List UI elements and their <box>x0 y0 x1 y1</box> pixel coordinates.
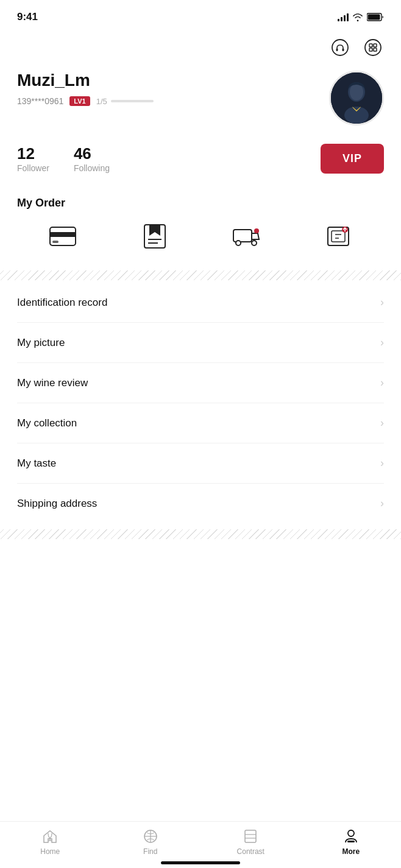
chevron-right-icon: › <box>380 417 384 429</box>
svg-rect-4 <box>342 48 344 51</box>
chevron-right-icon: › <box>380 457 384 470</box>
follower-stat[interactable]: 12 Follower <box>17 144 49 173</box>
svg-point-2 <box>332 40 348 55</box>
menu-item-wine-review[interactable]: My wine review › <box>17 363 384 403</box>
following-count: 46 <box>74 144 110 163</box>
nav-home-label: Home <box>40 847 60 856</box>
menu-item-wine-review-label: My wine review <box>17 377 88 389</box>
svg-rect-9 <box>374 48 377 51</box>
svg-rect-16 <box>52 241 59 243</box>
svg-point-23 <box>254 228 259 233</box>
more-icon <box>342 828 360 845</box>
progress-bar-fill <box>111 100 119 102</box>
signal-icon <box>338 13 349 21</box>
avatar[interactable] <box>329 71 384 125</box>
svg-rect-6 <box>369 44 372 47</box>
order-return-icon[interactable] <box>321 219 355 253</box>
menu-item-collection-label: My collection <box>17 417 77 429</box>
nav-item-contrast[interactable]: Contrast <box>200 828 301 856</box>
chevron-right-icon: › <box>380 376 384 389</box>
vip-button[interactable]: VIP <box>321 144 384 174</box>
svg-rect-33 <box>245 830 256 842</box>
menu-item-identification[interactable]: Identification record › <box>17 283 384 323</box>
svg-point-21 <box>236 241 241 245</box>
menu-item-collection[interactable]: My collection › <box>17 403 384 443</box>
stats-section: 12 Follower 46 Following VIP <box>0 138 401 186</box>
svg-point-13 <box>344 107 369 124</box>
svg-rect-20 <box>233 230 252 242</box>
following-label: Following <box>74 163 110 173</box>
menu-item-shipping[interactable]: Shipping address › <box>17 484 384 523</box>
profile-meta: 139****0961 LV1 1/5 <box>17 96 329 106</box>
nav-find-label: Find <box>143 847 157 856</box>
top-actions <box>0 30 401 65</box>
scan-icon[interactable] <box>362 37 384 58</box>
profile-info: Muzi_Lm 139****0961 LV1 1/5 <box>17 71 329 106</box>
menu-item-taste-label: My taste <box>17 457 56 470</box>
nav-contrast-label: Contrast <box>237 847 264 856</box>
svg-rect-25 <box>332 231 345 242</box>
nav-item-home[interactable]: Home <box>0 828 101 856</box>
progress-bar <box>111 100 154 102</box>
svg-point-5 <box>365 40 381 55</box>
following-stat[interactable]: 46 Following <box>74 144 110 173</box>
order-pending-icon[interactable] <box>138 219 172 253</box>
svg-point-12 <box>350 83 363 101</box>
follower-label: Follower <box>17 163 49 173</box>
svg-rect-8 <box>369 48 372 51</box>
menu-item-picture[interactable]: My picture › <box>17 323 384 363</box>
follower-count: 12 <box>17 144 49 163</box>
profile-phone: 139****0961 <box>17 96 63 106</box>
chevron-right-icon: › <box>380 336 384 349</box>
chevron-right-icon: › <box>380 497 384 510</box>
contrast-icon <box>242 828 259 845</box>
order-payment-icon[interactable] <box>46 219 80 253</box>
avatar-image <box>331 72 382 124</box>
status-bar: 9:41 <box>0 0 401 30</box>
profile-section: Muzi_Lm 139****0961 LV1 1/5 <box>0 65 401 138</box>
menu-item-identification-label: Identification record <box>17 297 107 309</box>
svg-rect-3 <box>336 48 338 51</box>
nav-item-find[interactable]: Find <box>101 828 201 856</box>
wifi-icon <box>352 13 363 21</box>
status-time: 9:41 <box>17 11 38 23</box>
order-delivery-icon[interactable] <box>229 219 263 253</box>
svg-point-22 <box>252 241 257 245</box>
menu-item-taste[interactable]: My taste › <box>17 443 384 484</box>
svg-rect-7 <box>374 44 377 47</box>
nav-item-more[interactable]: More <box>301 828 402 856</box>
status-icons <box>338 13 384 21</box>
order-icons-row <box>0 219 401 268</box>
nav-more-label: More <box>342 847 360 856</box>
level-progress: 1/5 <box>96 97 154 106</box>
menu-list: Identification record › My picture › My … <box>0 283 401 523</box>
menu-item-shipping-label: Shipping address <box>17 498 97 510</box>
svg-rect-15 <box>50 232 76 237</box>
level-badge: LV1 <box>69 96 90 106</box>
section-divider-bottom <box>0 529 401 539</box>
my-order-title: My Order <box>0 186 401 219</box>
chevron-right-icon: › <box>380 296 384 309</box>
svg-rect-37 <box>347 841 355 842</box>
svg-point-36 <box>348 830 354 836</box>
svg-rect-1 <box>368 15 380 20</box>
home-indicator <box>161 861 240 864</box>
level-progress-text: 1/5 <box>96 97 107 106</box>
section-divider-top <box>0 270 401 280</box>
battery-icon <box>367 13 384 21</box>
profile-name: Muzi_Lm <box>17 71 329 90</box>
home-icon <box>41 828 59 845</box>
find-icon <box>142 828 159 845</box>
headset-icon[interactable] <box>329 37 351 58</box>
menu-item-picture-label: My picture <box>17 337 65 349</box>
